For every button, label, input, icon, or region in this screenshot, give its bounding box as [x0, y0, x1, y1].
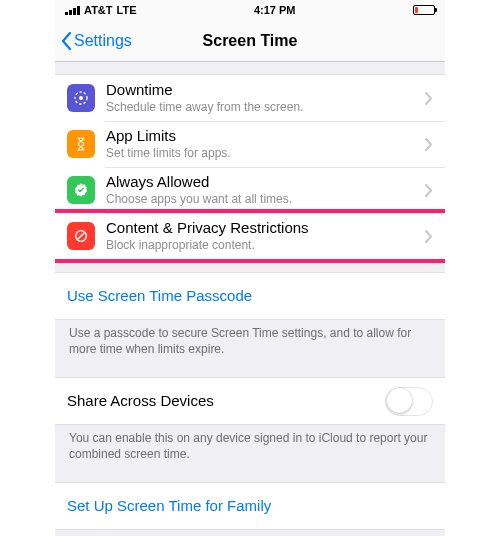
row-family[interactable]: Set Up Screen Time for Family [55, 483, 445, 529]
chevron-right-icon [425, 92, 433, 105]
row-label: App Limits [106, 127, 425, 145]
nav-bar: Settings Screen Time [55, 20, 445, 62]
share-devices-switch[interactable] [385, 387, 433, 416]
footer-family: Set up Family Sharing to use Screen Time… [55, 530, 445, 536]
row-use-passcode[interactable]: Use Screen Time Passcode [55, 273, 445, 319]
row-content-privacy[interactable]: Content & Privacy RestrictionsBlock inap… [55, 213, 445, 259]
group-share: Share Across Devices [55, 377, 445, 425]
footer-share: You can enable this on any device signed… [55, 425, 445, 470]
signal-icon [65, 6, 80, 15]
row-label: Share Across Devices [67, 392, 385, 410]
row-sub: Choose apps you want at all times. [106, 192, 425, 206]
clock: 4:17 PM [254, 4, 296, 16]
footer-passcode: Use a passcode to secure Screen Time set… [55, 320, 445, 365]
row-always-allowed[interactable]: Always AllowedChoose apps you want at al… [55, 167, 445, 213]
row-sub: Schedule time away from the screen. [106, 100, 425, 114]
page-title: Screen Time [203, 32, 298, 50]
svg-point-1 [79, 96, 83, 100]
group-family: Set Up Screen Time for Family [55, 482, 445, 530]
chevron-right-icon [425, 230, 433, 243]
row-label: Set Up Screen Time for Family [67, 497, 433, 515]
chevron-left-icon [61, 32, 72, 50]
hourglass-icon [67, 130, 95, 158]
row-sub: Block inappropriate content. [106, 238, 425, 252]
back-button[interactable]: Settings [61, 32, 132, 50]
row-app-limits[interactable]: App LimitsSet time limits for apps. [55, 121, 445, 167]
row-label: Always Allowed [106, 173, 425, 191]
settings-group-main: DowntimeSchedule time away from the scre… [55, 74, 445, 260]
network-label: LTE [117, 4, 137, 16]
carrier-label: AT&T [84, 4, 113, 16]
status-bar: AT&T LTE 4:17 PM [55, 0, 445, 20]
check-badge-icon [67, 176, 95, 204]
chevron-right-icon [425, 138, 433, 151]
group-passcode: Use Screen Time Passcode [55, 272, 445, 320]
row-label: Use Screen Time Passcode [67, 287, 433, 305]
row-label: Downtime [106, 81, 425, 99]
row-share-devices: Share Across Devices [55, 378, 445, 424]
restriction-icon [67, 222, 95, 250]
row-sub: Set time limits for apps. [106, 146, 425, 160]
chevron-right-icon [425, 184, 433, 197]
battery-icon [413, 5, 435, 15]
svg-line-3 [78, 233, 85, 240]
back-label: Settings [74, 32, 132, 50]
content: DowntimeSchedule time away from the scre… [55, 62, 445, 536]
row-downtime[interactable]: DowntimeSchedule time away from the scre… [55, 75, 445, 121]
downtime-icon [67, 84, 95, 112]
row-label: Content & Privacy Restrictions [106, 219, 425, 237]
screen: AT&T LTE 4:17 PM Settings Screen Time Do… [55, 0, 445, 536]
